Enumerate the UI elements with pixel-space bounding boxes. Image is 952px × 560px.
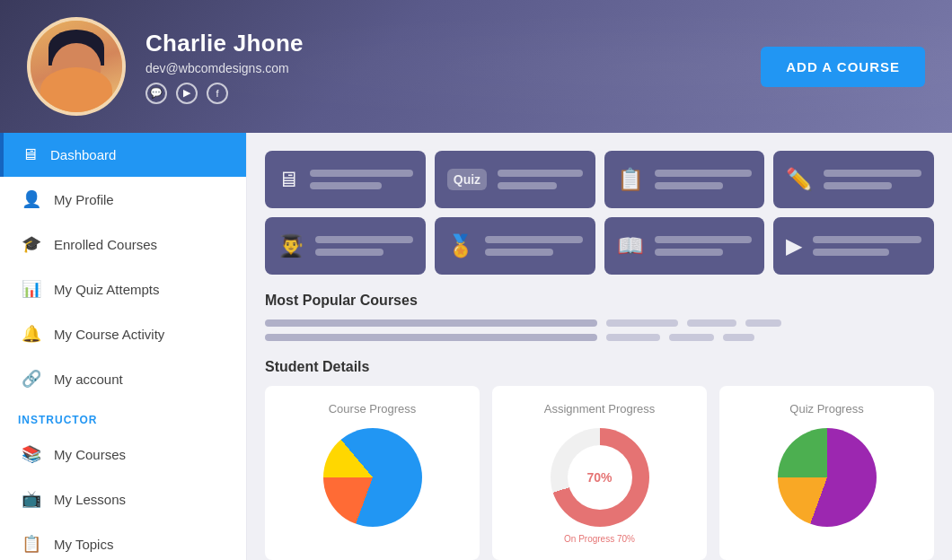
stat-lines-2: [498, 170, 582, 189]
popular-courses-bars: [265, 319, 934, 341]
stat-line: [315, 249, 383, 256]
user-name: Charlie Jhone: [145, 30, 304, 57]
avatar-image: [31, 21, 122, 112]
add-course-button[interactable]: ADD A COURSE: [761, 47, 925, 87]
stat-line: [655, 249, 723, 256]
assignment-progress-title: Assignment Progress: [508, 402, 691, 416]
stat-card-6: 🏅: [435, 217, 595, 275]
stat-lines-7: [655, 236, 753, 256]
sidebar-item-my-topics[interactable]: 📋 My Topics: [0, 521, 246, 560]
sidebar-label-dashboard: Dashboard: [50, 147, 116, 162]
stat-icon-6: 🏅: [447, 233, 474, 258]
avatar: [27, 17, 126, 116]
stat-icon-8: ▶: [786, 233, 802, 258]
student-details-title: Student Details: [265, 359, 934, 375]
assignment-donut: 70%: [551, 428, 649, 527]
pc-bar-sm-2: [687, 319, 736, 327]
stat-line: [813, 249, 889, 256]
sidebar: 🖥 Dashboard 👤 My Profile 🎓 Enrolled Cour…: [0, 133, 247, 560]
stat-line: [813, 236, 921, 243]
pc-bar-sm-1: [606, 319, 678, 327]
stat-line: [655, 170, 753, 177]
my-courses-icon: 📚: [22, 444, 41, 464]
stat-card-5: 👨‍🎓: [265, 217, 426, 275]
stat-line: [485, 249, 553, 256]
pc-bar-sm-6: [723, 334, 754, 341]
profile-icon: 👤: [22, 189, 41, 209]
stat-lines-1: [310, 170, 413, 189]
pc-row-1: [265, 319, 934, 327]
quiz-progress-title: Quiz Progress: [736, 402, 918, 416]
sidebar-label-enrolled-courses: Enrolled Courses: [54, 237, 157, 252]
sidebar-item-my-profile[interactable]: 👤 My Profile: [0, 177, 246, 222]
stat-line: [655, 182, 723, 189]
on-progress-label: On Progress 70%: [508, 534, 691, 544]
facebook-icon[interactable]: f: [207, 83, 228, 104]
sidebar-label-my-topics: My Topics: [54, 537, 113, 552]
stat-lines-4: [824, 170, 921, 189]
enrolled-courses-icon: 🎓: [22, 234, 41, 254]
instructor-section-label: INSTRUCTOR: [0, 401, 246, 432]
stat-lines-6: [485, 236, 583, 256]
whatsapp-icon[interactable]: 💬: [145, 83, 167, 104]
user-email: dev@wbcomdesigns.com: [145, 61, 304, 75]
stat-card-3: 📋: [604, 151, 765, 208]
stat-card-7: 📖: [604, 217, 765, 275]
stat-icon-3: 📋: [617, 167, 644, 192]
sidebar-item-my-account[interactable]: 🔗 My account: [0, 356, 246, 401]
quiz-progress-chart: [736, 428, 918, 527]
main-layout: 🖥 Dashboard 👤 My Profile 🎓 Enrolled Cour…: [0, 133, 952, 560]
course-progress-title: Course Progress: [281, 402, 463, 416]
stat-line: [485, 236, 583, 243]
account-icon: 🔗: [22, 369, 41, 389]
stat-icon-4: ✏️: [786, 167, 813, 192]
pc-bar-main-2: [265, 334, 597, 341]
stat-lines-8: [813, 236, 921, 256]
sidebar-label-my-lessons: My Lessons: [54, 492, 126, 507]
stat-line: [498, 170, 582, 177]
avatar-body: [40, 67, 112, 112]
sidebar-label-my-course-activity: My Course Activity: [54, 327, 164, 342]
main-content: 🖥 Quiz 📋 ✏️: [247, 133, 952, 560]
stat-line: [315, 236, 413, 243]
social-links: 💬 ▶ f: [145, 83, 304, 104]
sidebar-item-dashboard[interactable]: 🖥 Dashboard: [0, 133, 246, 177]
stat-line: [824, 182, 892, 189]
stat-card-8: ▶: [773, 217, 934, 275]
stat-card-1: 🖥: [265, 151, 426, 208]
quiz-progress-pie: [778, 428, 877, 527]
my-topics-icon: 📋: [22, 534, 41, 554]
pc-bar-main-1: [265, 319, 597, 327]
popular-courses-title: Most Popular Courses: [265, 293, 934, 309]
pc-row-2: [265, 334, 934, 341]
stat-line: [655, 236, 753, 243]
sidebar-item-my-quiz-attempts[interactable]: 📊 My Quiz Attempts: [0, 267, 246, 311]
youtube-icon[interactable]: ▶: [176, 83, 198, 104]
header-info: Charlie Jhone dev@wbcomdesigns.com 💬 ▶ f: [145, 30, 304, 104]
sidebar-label-my-account: My account: [54, 372, 123, 387]
pc-bar-sm-3: [745, 319, 781, 327]
assignment-progress-card: Assignment Progress 70% On Progress 70%: [492, 386, 707, 560]
stat-icon-5: 👨‍🎓: [278, 233, 304, 258]
sidebar-item-my-courses[interactable]: 📚 My Courses: [0, 432, 246, 477]
stat-card-2: Quiz: [435, 151, 595, 208]
sidebar-item-my-course-activity[interactable]: 🔔 My Course Activity: [0, 311, 246, 356]
my-lessons-icon: 📺: [22, 489, 41, 509]
stat-icon-1: 🖥: [278, 167, 299, 192]
sidebar-item-my-lessons[interactable]: 📺 My Lessons: [0, 477, 246, 521]
stat-line: [824, 170, 921, 177]
stat-lines-3: [655, 170, 753, 189]
sidebar-label-my-courses: My Courses: [54, 447, 126, 462]
stat-icon-7: 📖: [617, 233, 644, 258]
pc-bar-sm-5: [669, 334, 714, 341]
course-progress-card: Course Progress: [265, 386, 480, 560]
sidebar-item-enrolled-courses[interactable]: 🎓 Enrolled Courses: [0, 222, 246, 267]
sidebar-label-my-profile: My Profile: [54, 192, 114, 207]
stat-card-4: ✏️: [773, 151, 934, 208]
sidebar-label-my-quiz-attempts: My Quiz Attempts: [54, 282, 160, 297]
dashboard-icon: 🖥: [22, 145, 38, 164]
pc-bar-sm-4: [606, 334, 660, 341]
course-progress-chart: [281, 428, 463, 527]
student-details-grid: Course Progress Assignment Progress 70% …: [265, 386, 934, 560]
stat-line: [310, 170, 413, 177]
